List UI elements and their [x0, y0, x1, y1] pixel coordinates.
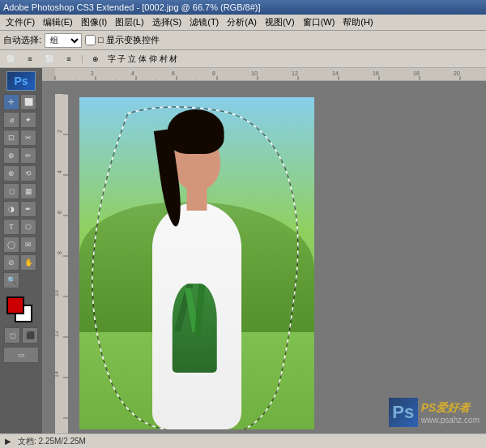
ps-logo: Ps — [6, 71, 36, 91]
lasso-tool[interactable]: ⌀ — [3, 112, 19, 128]
svg-text:8: 8 — [212, 70, 215, 76]
svg-text:4: 4 — [57, 170, 62, 173]
ruler-top: 2 4 6 8 10 12 14 16 18 20 — [42, 68, 486, 81]
tool-group-lasso: ⌀ ✦ — [3, 112, 39, 128]
align-right-btn[interactable]: ⬜ — [42, 52, 57, 66]
main-layout: Ps ✛ ⬜ ⌀ ✦ ⊡ ✂ ⊕ ✏ ⊗ ⟲ ◻ ▦ ◑ ✒ — [0, 68, 486, 433]
svg-text:2: 2 — [91, 70, 94, 76]
svg-text:10: 10 — [251, 70, 258, 76]
menu-image[interactable]: 图像(I) — [77, 15, 111, 30]
screen-mode-btn[interactable]: ▭ — [3, 347, 39, 363]
ruler-left: 2 4 6 8 10 12 14 — [55, 94, 68, 433]
title-bar: Adobe Photoshop CS3 Extended - [0002.jpg… — [0, 0, 486, 15]
tool-group-clone: ⊗ ⟲ — [3, 165, 39, 181]
tool-group-shape: ◯ ✉ — [3, 237, 39, 253]
svg-text:16: 16 — [373, 70, 379, 76]
auto-select-dropdown[interactable]: 组 图层 — [45, 33, 82, 48]
eraser-tool[interactable]: ◻ — [3, 183, 19, 199]
shape-tool[interactable]: ◯ — [3, 237, 19, 253]
align-left-btn[interactable]: ⬜ — [3, 52, 18, 66]
svg-text:4: 4 — [131, 70, 134, 76]
eyedropper-tool[interactable]: ⊘ — [3, 254, 19, 271]
hand-tool[interactable]: ✋ — [20, 254, 36, 271]
options-bar: 自动选择: 组 图层 □ 显示变换控件 — [0, 31, 486, 50]
slice-tool[interactable]: ✂ — [20, 130, 36, 146]
magic-wand-tool[interactable]: ✦ — [20, 112, 36, 128]
dodge-tool[interactable]: ◑ — [3, 201, 19, 217]
align-center-btn[interactable]: ≡ — [23, 52, 37, 66]
tool-group-toning: ◑ ✒ — [3, 201, 39, 217]
notes-tool[interactable]: ✉ — [20, 237, 36, 253]
menu-select[interactable]: 选择(S) — [148, 15, 186, 30]
secondary-toolbar-label: 字 子 立 体 仰 村 材 — [108, 53, 178, 65]
show-transform-label: □ 显示变换控件 — [98, 34, 160, 46]
app-title: Adobe Photoshop CS3 Extended - [0002.jpg… — [3, 2, 261, 12]
screen-mode-btn-area: ▭ — [3, 347, 39, 363]
svg-text:8: 8 — [57, 251, 62, 254]
gradient-tool[interactable]: ▦ — [20, 183, 36, 199]
quick-mask-btn[interactable]: ⬛ — [22, 327, 38, 343]
mode-buttons: ◻ ⬛ — [4, 327, 38, 343]
foreground-color-swatch[interactable] — [6, 297, 24, 314]
person-hair-top — [168, 109, 224, 154]
canvas-area: 2 4 6 8 10 12 14 16 18 20 — [42, 68, 486, 433]
color-swatch-area — [3, 293, 39, 322]
ruler-left-svg: 2 4 6 8 10 12 14 — [55, 94, 68, 433]
crop-tool[interactable]: ⊡ — [3, 130, 19, 146]
menu-window[interactable]: 窗口(W) — [299, 15, 339, 30]
status-bar: ▶ 文档: 2.25M/2.25M — [0, 433, 486, 448]
svg-text:20: 20 — [454, 70, 460, 76]
svg-text:6: 6 — [172, 70, 175, 76]
move-tool[interactable]: ✛ — [3, 94, 19, 110]
history-brush[interactable]: ⟲ — [20, 165, 36, 181]
standard-mode-btn[interactable]: ◻ — [4, 327, 20, 343]
watermark-text-area: PS爱好者 www.psahz.com — [421, 401, 480, 425]
menu-layer[interactable]: 图层(L) — [111, 15, 147, 30]
svg-text:12: 12 — [55, 331, 59, 337]
tool-group-sample: ⊘ ✋ — [3, 254, 39, 271]
pen-tool[interactable]: ✒ — [20, 201, 36, 217]
menu-file[interactable]: 文件(F) — [2, 15, 39, 30]
menu-bar: 文件(F) 编辑(E) 图像(I) 图层(L) 选择(S) 滤镜(T) 分析(A… — [0, 15, 486, 31]
menu-edit[interactable]: 编辑(E) — [39, 15, 77, 30]
secondary-options-bar: ⬜ ≡ ⬜ ≡ | ⊕ 字 子 立 体 仰 村 材 — [0, 50, 486, 68]
tool-group-text: T ⬡ — [3, 219, 39, 235]
zoom-tool[interactable]: 🔍 — [3, 272, 19, 288]
heal-tool[interactable]: ⊕ — [3, 147, 19, 164]
selection-tool[interactable]: ⬜ — [20, 94, 36, 110]
show-transform-area: □ 显示变换控件 — [85, 34, 160, 46]
distribute-btn[interactable]: ≡ — [62, 52, 76, 66]
menu-view[interactable]: 视图(V) — [261, 15, 299, 30]
menu-filter[interactable]: 滤镜(T) — [185, 15, 223, 30]
tool-group-retouch: ⊕ ✏ — [3, 147, 39, 164]
clone-tool[interactable]: ⊗ — [3, 165, 19, 181]
show-transform-checkbox[interactable] — [85, 35, 96, 45]
left-toolbar: Ps ✛ ⬜ ⌀ ✦ ⊡ ✂ ⊕ ✏ ⊗ ⟲ ◻ ▦ ◑ ✒ — [0, 68, 42, 433]
auto-align-btn[interactable]: ⊕ — [88, 52, 103, 66]
watermark: Ps PS爱好者 www.psahz.com — [389, 398, 480, 427]
svg-text:18: 18 — [413, 70, 420, 76]
path-tool[interactable]: ⬡ — [20, 219, 36, 235]
person-bouquet — [173, 284, 217, 373]
tool-group-select: ✛ ⬜ — [3, 94, 39, 110]
canvas-image[interactable]: .marching-ants { fill: none; stroke: whi… — [79, 97, 314, 429]
brush-tool[interactable]: ✏ — [20, 147, 36, 164]
watermark-url: www.psahz.com — [421, 416, 480, 425]
watermark-site-name: PS爱好者 — [421, 401, 471, 416]
menu-help[interactable]: 帮助(H) — [339, 15, 377, 30]
status-doc-info: 文档: 2.25M/2.25M — [18, 436, 86, 447]
canvas-container: 2 4 6 8 10 12 14 — [55, 81, 486, 433]
tool-group-erase: ◻ ▦ — [3, 183, 39, 199]
svg-text:6: 6 — [57, 211, 62, 214]
svg-text:14: 14 — [332, 70, 339, 76]
svg-text:14: 14 — [55, 371, 59, 378]
svg-text:12: 12 — [292, 70, 298, 76]
tool-group-crop: ⊡ ✂ — [3, 130, 39, 146]
photo-background — [79, 97, 314, 429]
svg-text:10: 10 — [55, 290, 59, 297]
type-tool[interactable]: T — [3, 219, 19, 235]
separator: | — [81, 54, 83, 63]
menu-analysis[interactable]: 分析(A) — [223, 15, 261, 30]
tool-group-zoom: 🔍 — [3, 272, 39, 288]
svg-text:2: 2 — [57, 130, 62, 133]
